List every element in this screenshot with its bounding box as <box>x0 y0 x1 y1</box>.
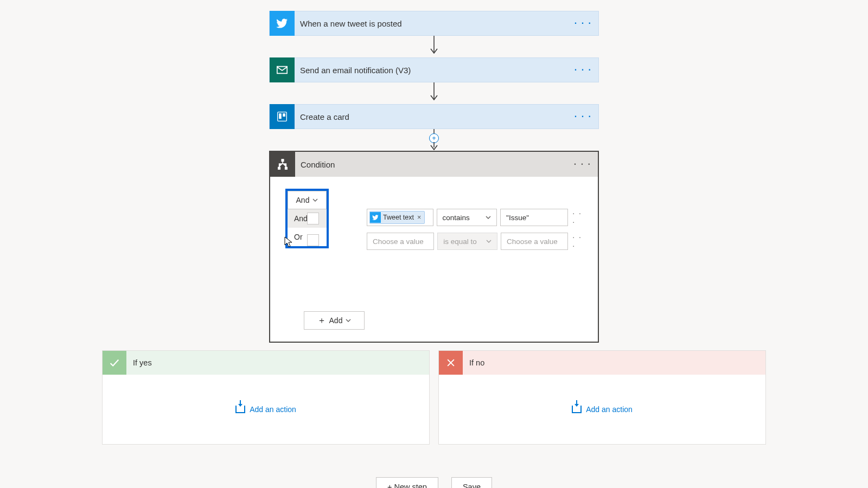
dynamic-content-token[interactable]: Tweet text × <box>369 211 425 224</box>
twitter-icon <box>270 11 295 36</box>
svg-rect-4 <box>279 113 282 119</box>
svg-rect-8 <box>282 159 284 162</box>
condition-left-value[interactable]: Choose a value <box>367 233 434 250</box>
svg-rect-9 <box>278 168 280 170</box>
condition-right-value[interactable]: Choose a value <box>501 233 568 250</box>
branch-title: If no <box>463 358 484 367</box>
save-label: Save <box>463 483 481 488</box>
condition-header[interactable]: Condition · · · <box>270 152 598 177</box>
branch-header[interactable]: If no <box>439 351 765 375</box>
flow-canvas: When a new tweet is posted · · · Send an… <box>0 0 868 488</box>
token-label: Tweet text <box>383 214 414 221</box>
save-button[interactable]: Save <box>451 477 492 488</box>
condition-row: Choose a value is equal to Choose a valu… <box>367 232 587 251</box>
logic-operator-select[interactable]: And <box>288 191 327 209</box>
step-title: Create a card <box>295 112 349 121</box>
connector-arrow <box>269 82 599 104</box>
step-card-twitter-trigger[interactable]: When a new tweet is posted · · · <box>269 11 599 36</box>
branch-title: If yes <box>126 358 152 367</box>
condition-row: Tweet text × contains "Issue" · · · <box>367 208 587 227</box>
close-icon <box>439 351 463 375</box>
step-menu-button[interactable]: · · · <box>575 65 592 75</box>
add-action-label: Add an action <box>586 405 633 414</box>
condition-body: And And Or <box>270 177 598 342</box>
insert-step-button[interactable]: + <box>269 129 599 151</box>
condition-menu-button[interactable]: · · · <box>574 159 591 169</box>
condition-card: Condition · · · And And Or <box>269 151 599 343</box>
add-action-button[interactable]: Add an action <box>235 405 296 414</box>
trello-icon <box>270 104 295 129</box>
twitter-icon <box>370 212 381 223</box>
chevron-down-icon <box>312 198 318 202</box>
plus-icon: ＋ <box>317 315 326 326</box>
row-menu-button[interactable]: · · · <box>571 233 587 250</box>
chevron-down-icon <box>486 216 491 219</box>
row-connector-box <box>307 234 319 246</box>
chevron-down-icon <box>346 319 351 322</box>
bottom-toolbar: + New step Save <box>0 477 868 488</box>
condition-operator-select[interactable]: contains <box>437 209 497 226</box>
connector-arrow <box>269 36 599 57</box>
condition-right-value[interactable]: "Issue" <box>500 209 568 226</box>
svg-rect-5 <box>283 113 285 117</box>
add-action-label: Add an action <box>250 405 296 414</box>
chevron-down-icon <box>486 240 492 243</box>
branch-header[interactable]: If yes <box>103 351 429 375</box>
branch-if-yes: If yes Add an action <box>102 350 430 445</box>
step-card-email[interactable]: Send an email notification (V3) · · · <box>269 57 599 82</box>
condition-icon <box>270 152 295 177</box>
add-action-icon <box>235 406 245 413</box>
token-remove-icon[interactable]: × <box>416 214 422 221</box>
step-title: When a new tweet is posted <box>295 19 402 28</box>
check-icon <box>103 351 126 375</box>
condition-branches: If yes Add an action If no Add an action <box>102 350 766 445</box>
add-condition-row-button[interactable]: ＋ Add <box>304 311 365 330</box>
add-action-icon <box>572 406 582 413</box>
right-value-text: "Issue" <box>506 214 529 222</box>
row-connector-box <box>307 213 319 224</box>
add-action-button[interactable]: Add an action <box>572 405 633 414</box>
operator-label: contains <box>443 214 470 222</box>
right-placeholder: Choose a value <box>507 237 558 246</box>
new-step-label: + New step <box>387 483 427 488</box>
condition-title: Condition <box>295 160 335 169</box>
mail-icon <box>270 57 295 82</box>
logic-selected-label: And <box>296 196 310 204</box>
condition-operator-select[interactable]: is equal to <box>437 233 497 250</box>
row-menu-button[interactable]: · · · <box>571 209 587 226</box>
condition-left-value[interactable]: Tweet text × <box>367 209 433 226</box>
step-title: Send an email notification (V3) <box>295 66 411 75</box>
step-card-trello[interactable]: Create a card · · · <box>269 104 599 129</box>
step-menu-button[interactable]: · · · <box>575 112 592 121</box>
svg-rect-10 <box>285 168 288 170</box>
step-menu-button[interactable]: · · · <box>575 18 592 28</box>
left-placeholder: Choose a value <box>373 237 424 246</box>
branch-if-no: If no Add an action <box>438 350 766 445</box>
new-step-button[interactable]: + New step <box>376 477 438 488</box>
operator-label: is equal to <box>443 237 477 246</box>
add-label: Add <box>329 316 343 325</box>
